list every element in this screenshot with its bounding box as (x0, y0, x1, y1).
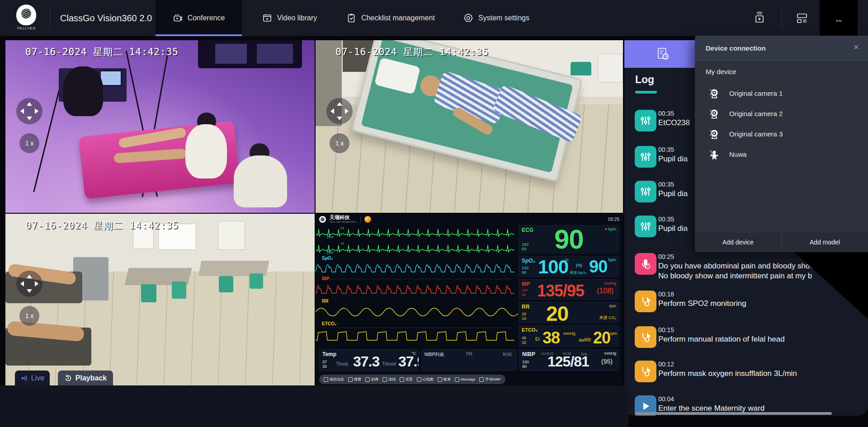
log-entry-time: 00:35 (658, 110, 674, 117)
pan-left-arrow[interactable] (20, 108, 24, 114)
spo2-wave: SpO₂ (316, 256, 518, 275)
scene-table (598, 54, 623, 83)
zoom-level-button[interactable]: 1 x (19, 133, 39, 153)
tab-label: Video library (277, 14, 317, 22)
app-title: ClassGo Vision360 2.0 (60, 0, 152, 36)
spo2-limits: 10090 (522, 266, 528, 275)
pan-control[interactable] (326, 98, 353, 124)
screen-cast-button[interactable] (753, 11, 766, 25)
log-entry[interactable]: 00:18 Perform SPO2 monitoring (624, 291, 868, 322)
etco2-panel: ETCO₂ Et 38 mmHg awRR 20 rpm 4532 (519, 325, 619, 347)
log-entry-text: Enter the scene Maternity ward (658, 404, 764, 413)
log-document-icon[interactable] (657, 47, 670, 61)
camera-feed-1[interactable]: 07-16-2024 星期二 14:42:35 1 x (5, 40, 315, 213)
add-device-button[interactable]: Add device (695, 232, 782, 252)
add-model-button[interactable]: Add model (782, 232, 868, 252)
scene-screen (257, 44, 293, 64)
chevron-right-icon (709, 89, 713, 96)
log-entry[interactable]: 00:12 Perform mask oxygen insufflation 3… (624, 361, 868, 392)
scene-chair (172, 282, 186, 299)
monitor-taskbar: 病历信息 报警 趋势 冻结 设置 心电图 检查 Message 手动NIBP (319, 375, 505, 384)
camera-feed-2[interactable]: 07-16-2024 星期二 14:42:35 1 x (316, 40, 623, 213)
ibp-limits: 16790 (522, 288, 528, 297)
pan-right-arrow[interactable] (35, 281, 38, 286)
log-entry-text: EtCO238 (658, 118, 690, 127)
ibp-wave: IBP (316, 276, 518, 296)
pan-up-arrow[interactable] (27, 275, 32, 278)
stethoscope-icon (635, 361, 656, 382)
patient-monitor-feed[interactable]: 天堰科技TELLYES SCIENTIFIC 09:25 x1 1mV x1 1… (316, 214, 623, 385)
ibp-mean: (108) (597, 287, 613, 295)
device-item-camera-3[interactable]: Original camera 3 (695, 124, 868, 145)
tab-label: Checklist management (361, 14, 435, 22)
live-broadcast-icon (20, 374, 28, 382)
chevron-right-icon (709, 129, 713, 136)
tab-live[interactable]: Live (15, 371, 50, 385)
camera-timestamp: 07-16-2024 星期二 14:42:35 (25, 219, 179, 232)
etco2-unit: mmHg (563, 331, 576, 336)
pan-right-arrow[interactable] (35, 108, 38, 114)
tab-video-library[interactable]: Video library (242, 0, 337, 36)
device-item-camera-2[interactable]: Original camera 2 (695, 104, 868, 124)
pan-down-arrow[interactable] (337, 117, 342, 120)
pan-up-arrow[interactable] (27, 102, 32, 106)
log-entry-time: 00:25 (658, 253, 674, 260)
pan-control[interactable] (16, 271, 42, 297)
ibp-value: 135/95 (537, 282, 584, 300)
t2-label: Tblood (382, 361, 396, 366)
tellyes-monitor-logo (319, 216, 326, 223)
pan-up-arrow[interactable] (337, 102, 342, 106)
tab-conference[interactable]: Conference (156, 0, 242, 36)
zoom-level-button[interactable]: 1 x (19, 306, 39, 326)
logo-globe-icon (21, 9, 31, 19)
rr-limits: 2010 (522, 312, 526, 321)
taskbar-item: 病历信息 (324, 377, 344, 382)
ecg-panel: ECG ♥ bpm 90 16060 (519, 225, 619, 253)
nibp-panel: NIBP 14:26:22 00:38 自动 mmHg 15090 125/81… (519, 349, 619, 371)
chevron-right-icon (709, 150, 713, 157)
tab-system-settings[interactable]: System settings (444, 0, 549, 36)
log-title-underline (635, 91, 657, 94)
device-panel-footer: Add device Add model (695, 232, 868, 252)
pan-down-arrow[interactable] (27, 117, 32, 120)
monitor-titlebar-divider (360, 216, 361, 223)
awrr-unit: rpm (610, 331, 618, 336)
camera-feed-3[interactable]: 07-16-2024 星期二 14:42:35 1 x (5, 214, 315, 385)
tab-checklist-management[interactable]: Checklist management (337, 0, 444, 36)
log-entry[interactable]: 00:15 Perform manual ratation of felal h… (624, 326, 868, 358)
pan-control[interactable] (16, 98, 42, 124)
log-title: Log (635, 74, 654, 86)
layout-switch-button[interactable] (796, 12, 808, 24)
pan-right-arrow[interactable] (345, 108, 349, 114)
parameter-icon (635, 181, 656, 202)
close-icon[interactable]: × (854, 42, 859, 52)
scene-screen (215, 44, 247, 64)
tab-playback[interactable]: Playback (58, 371, 113, 385)
rr-panel: RR rpm 20 来源 CO₂ 2010 (519, 302, 619, 323)
device-connection-button[interactable] (820, 0, 858, 36)
log-entry-text: Perform manual ratation of felal head (658, 335, 785, 344)
video-library-icon (262, 13, 272, 23)
nibp-mean: (95) (601, 358, 613, 365)
device-panel-header: Device connection × (695, 36, 868, 61)
rr-wave: RR (316, 299, 518, 319)
pr-label: PR (576, 263, 582, 268)
tab-label: Conference (188, 14, 225, 22)
nibp-value: 125/81 (547, 353, 589, 370)
log-horizontal-scrollbar[interactable] (635, 412, 832, 415)
device-item-nuwa[interactable]: Nuwa (695, 145, 868, 165)
parameter-icon (635, 216, 656, 237)
pan-left-arrow[interactable] (330, 108, 334, 114)
taskbar-item: 报警 (348, 377, 361, 382)
device-item-camera-1[interactable]: Original camera 1 (695, 84, 868, 104)
pan-down-arrow[interactable] (27, 289, 32, 293)
taskbar-item: 冻结 (382, 377, 396, 382)
ecg-wave-2: x1 1mV (316, 241, 518, 254)
zoom-level-button[interactable]: 1 x (330, 133, 349, 153)
log-entry-text: Pupil dia (658, 224, 688, 233)
device-name: Original camera 2 (729, 110, 783, 117)
taskbar-item: 趋势 (365, 377, 378, 382)
navbar-right-icons (753, 0, 868, 36)
pan-left-arrow[interactable] (20, 281, 24, 286)
scene-chair (250, 273, 263, 289)
